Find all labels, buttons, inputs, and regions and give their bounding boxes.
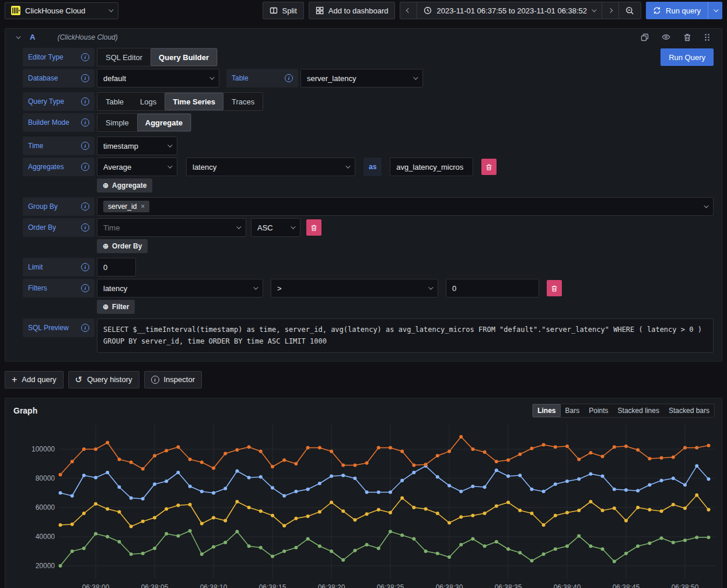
filter-column-select[interactable]: latency	[97, 279, 263, 298]
zoom-out-icon	[625, 6, 634, 15]
info-icon[interactable]: i	[81, 284, 89, 292]
datasource-picker[interactable]: ClickHouse Cloud	[5, 2, 118, 19]
remove-filter-button[interactable]	[547, 280, 562, 296]
graph-style-switch: Lines Bars Points Stacked lines Stacked …	[532, 404, 715, 418]
chevron-down-icon	[345, 163, 350, 168]
svg-text:80000: 80000	[36, 474, 55, 482]
info-icon[interactable]: i	[81, 74, 89, 82]
info-icon[interactable]: i	[81, 324, 89, 332]
info-icon[interactable]: i	[81, 118, 89, 127]
add-to-dashboard-button[interactable]: Add to dashboard	[309, 2, 396, 19]
chevron-down-icon	[253, 285, 258, 289]
group-by-multiselect[interactable]: server_id ×	[97, 197, 714, 216]
chevron-down-icon	[109, 7, 113, 12]
collapse-query-icon[interactable]	[16, 34, 20, 38]
query-type-table[interactable]: Table	[97, 93, 132, 110]
svg-text:06:38:50: 06:38:50	[672, 583, 699, 588]
remove-order-by-button[interactable]	[306, 219, 321, 236]
circle-plus-icon: ⊕	[103, 242, 109, 250]
duplicate-query-icon[interactable]	[637, 33, 652, 41]
time-range-button[interactable]: 2023-11-01 06:37:55 to 2023-11-01 06:38:…	[417, 2, 602, 19]
order-by-field-select[interactable]: Time	[97, 218, 246, 237]
graph-style-stacked-lines[interactable]: Stacked lines	[613, 404, 664, 417]
group-by-label: Group Byi	[23, 197, 95, 216]
chevron-left-icon	[406, 8, 411, 13]
chevron-down-icon	[714, 7, 718, 12]
group-by-chip-server-id[interactable]: server_id ×	[103, 201, 149, 212]
info-icon[interactable]: i	[81, 53, 89, 61]
aggregate-column-select[interactable]: latency	[186, 158, 355, 176]
query-ref-id[interactable]: A	[30, 33, 35, 41]
clock-icon	[424, 6, 432, 15]
query-type-traces[interactable]: Traces	[223, 93, 263, 110]
svg-text:06:38:15: 06:38:15	[259, 583, 286, 588]
split-button[interactable]: Split	[263, 2, 304, 19]
zoom-out-button[interactable]	[618, 2, 641, 19]
graph-style-points[interactable]: Points	[584, 404, 613, 417]
graph-style-lines[interactable]: Lines	[533, 404, 560, 417]
database-select[interactable]: default	[97, 69, 219, 88]
builder-mode-switch: Simple Aggregate	[97, 113, 191, 132]
info-icon[interactable]: i	[285, 74, 293, 82]
chevron-right-icon	[608, 8, 613, 13]
info-icon[interactable]: i	[81, 142, 89, 150]
time-column-select[interactable]: timestamp	[97, 136, 177, 155]
inspector-button[interactable]: i Inspector	[144, 371, 202, 388]
query-datasource-hint: (ClickHouse Cloud)	[57, 33, 117, 41]
close-icon[interactable]: ×	[141, 202, 145, 211]
sql-preview-label: SQL Previewi	[23, 318, 95, 337]
time-picker-group: 2023-11-01 06:37:55 to 2023-11-01 06:38:…	[400, 2, 641, 19]
chevron-down-icon	[167, 163, 172, 168]
builder-mode-simple[interactable]: Simple	[97, 114, 137, 131]
graph-style-bars[interactable]: Bars	[561, 404, 585, 417]
aggregate-function-select[interactable]: Average	[97, 158, 177, 176]
query-type-time-series[interactable]: Time Series	[165, 93, 223, 110]
table-label: Tablei	[226, 69, 298, 88]
filter-operator-select[interactable]: >	[271, 279, 438, 298]
explore-actions: + Add query ↺ Query history i Inspector	[5, 371, 722, 388]
svg-text:06:38:45: 06:38:45	[613, 583, 640, 588]
query-type-switch: Table Logs Time Series Traces	[97, 92, 263, 111]
run-query-toolbar-button[interactable]: Run query	[646, 2, 722, 19]
add-order-by-button[interactable]: ⊕ Order By	[97, 239, 148, 253]
filter-value-input[interactable]: 0	[446, 279, 539, 298]
latency-time-series-chart[interactable]: 2000040000600008000010000006:38:0006:38:…	[11, 420, 718, 588]
remove-query-trash-icon[interactable]	[680, 33, 695, 41]
run-query-panel-button[interactable]: Run Query	[660, 48, 714, 66]
remove-aggregate-button[interactable]	[481, 159, 497, 175]
add-query-button[interactable]: + Add query	[5, 371, 64, 388]
graph-style-stacked-bars[interactable]: Stacked bars	[664, 404, 714, 417]
add-filter-button[interactable]: ⊕ Filter	[97, 300, 135, 314]
table-select[interactable]: server_latency	[300, 69, 423, 88]
info-icon[interactable]: i	[81, 202, 89, 211]
aggregate-alias-input[interactable]: avg_latency_micros	[390, 158, 473, 176]
info-icon[interactable]: i	[81, 223, 89, 232]
dashboard-grid-icon	[316, 6, 324, 15]
editor-type-sql-editor[interactable]: SQL Editor	[97, 48, 151, 66]
time-range-forward-button[interactable]	[602, 2, 619, 19]
editor-type-query-builder[interactable]: Query Builder	[151, 48, 217, 66]
svg-text:06:38:25: 06:38:25	[377, 583, 404, 588]
hide-response-eye-icon[interactable]	[658, 33, 674, 41]
info-icon[interactable]: i	[81, 263, 89, 271]
chevron-down-icon	[209, 75, 214, 79]
time-range-back-button[interactable]	[400, 2, 417, 19]
history-icon: ↺	[75, 375, 83, 384]
info-icon[interactable]: i	[81, 163, 89, 171]
chevron-down-icon	[428, 285, 433, 289]
query-history-button[interactable]: ↺ Query history	[68, 371, 139, 388]
chevron-down-icon	[704, 203, 708, 208]
info-icon[interactable]: i	[81, 97, 89, 106]
add-aggregate-button[interactable]: ⊕ Aggregate	[97, 178, 152, 192]
query-type-logs[interactable]: Logs	[132, 93, 165, 110]
svg-text:06:38:05: 06:38:05	[141, 583, 169, 588]
chevron-down-icon	[592, 7, 596, 12]
svg-text:06:38:20: 06:38:20	[318, 583, 345, 588]
order-by-direction-select[interactable]: ASC	[251, 218, 300, 237]
chevron-down-icon	[413, 75, 418, 79]
builder-mode-aggregate[interactable]: Aggregate	[137, 114, 191, 131]
drag-handle-icon[interactable]	[701, 33, 714, 41]
editor-type-switch: SQL Editor Query Builder	[97, 48, 218, 66]
svg-text:06:38:10: 06:38:10	[200, 583, 228, 588]
limit-input[interactable]: 0	[97, 258, 136, 276]
